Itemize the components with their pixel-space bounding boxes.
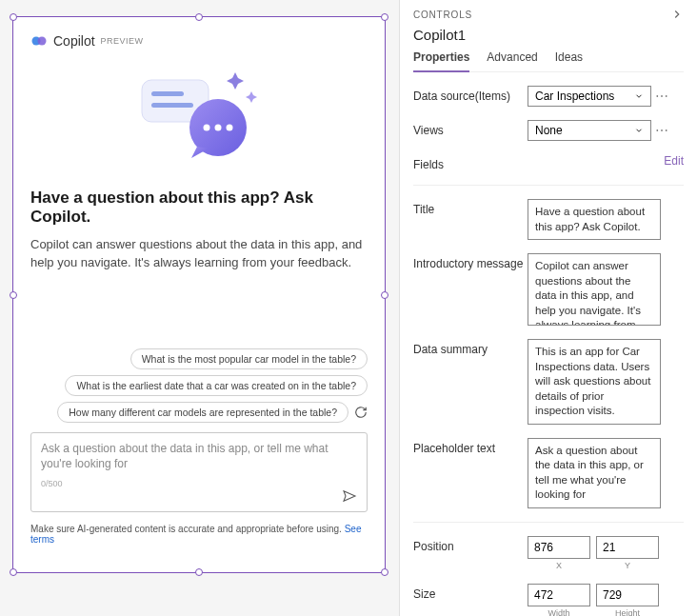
svg-point-8 (227, 125, 233, 131)
panel-header-label: CONTROLS (413, 10, 472, 20)
position-x-input[interactable] (528, 536, 590, 559)
datasource-value: Car Inspections (535, 89, 614, 103)
properties-panel: CONTROLS Copilot1 Properties Advanced Id… (399, 0, 697, 616)
chat-bubble-illustration-icon (123, 63, 275, 168)
svg-rect-4 (151, 103, 193, 108)
selection-handle-bm[interactable] (195, 568, 203, 576)
selection-handle-tm[interactable] (195, 13, 203, 21)
height-label: Height (596, 608, 659, 616)
copilot-intro: Copilot can answer questions about the d… (30, 236, 368, 272)
copilot-title: Have a question about this app? Ask Copi… (30, 189, 368, 227)
refresh-icon[interactable] (354, 406, 368, 419)
tab-ideas[interactable]: Ideas (555, 50, 583, 71)
disclaimer-text: Make sure AI-generated content is accura… (30, 524, 345, 534)
more-options-icon[interactable]: ⋯ (655, 123, 668, 138)
prop-label-title: Title (413, 199, 528, 216)
title-input[interactable] (528, 199, 661, 240)
selection-handle-bl[interactable] (10, 568, 17, 576)
summary-input[interactable] (528, 339, 661, 425)
ai-disclaimer: Make sure AI-generated content is accura… (30, 524, 368, 545)
chevron-down-icon (634, 126, 644, 135)
placeholder-input[interactable] (528, 438, 661, 508)
y-label: Y (596, 561, 659, 570)
suggestion-chip[interactable]: What is the most popular car model in th… (130, 348, 368, 369)
prop-label-fields: Fields (413, 154, 528, 171)
selection-handle-mr[interactable] (381, 291, 388, 299)
copilot-brand: Copilot PREVIEW (30, 32, 368, 50)
divider (413, 185, 684, 186)
size-width-input[interactable] (528, 584, 590, 606)
position-y-input[interactable] (596, 536, 659, 559)
prop-label-placeholder: Placeholder text (413, 438, 528, 455)
fields-edit-link[interactable]: Edit (664, 154, 684, 168)
ask-placeholder: Ask a question about the data in this ap… (41, 441, 357, 473)
prop-label-position: Position (413, 536, 528, 553)
svg-rect-3 (151, 91, 184, 96)
brand-name-label: Copilot (53, 33, 95, 49)
selection-handle-br[interactable] (381, 568, 388, 576)
selection-handle-tl[interactable] (10, 13, 17, 21)
svg-point-1 (38, 37, 47, 46)
copilot-logo-icon (30, 32, 48, 50)
suggestion-chips: What is the most popular car model in th… (30, 348, 368, 423)
ask-input-box[interactable]: Ask a question about the data in this ap… (30, 432, 368, 512)
prop-label-summary: Data summary (413, 339, 528, 356)
send-icon[interactable] (342, 488, 357, 504)
char-counter: 0/500 (41, 479, 63, 488)
intro-input[interactable] (528, 253, 661, 326)
chevron-down-icon (634, 91, 644, 101)
preview-badge: PREVIEW (101, 36, 144, 46)
prop-label-views: Views (413, 120, 528, 137)
selection-handle-ml[interactable] (10, 291, 17, 299)
tab-advanced[interactable]: Advanced (487, 50, 537, 71)
x-label: X (528, 561, 590, 570)
size-height-input[interactable] (596, 584, 659, 606)
views-value: None (535, 124, 563, 137)
copilot-control[interactable]: Copilot PREVIEW Have a question about th… (12, 16, 386, 573)
selection-handle-tr[interactable] (381, 13, 388, 21)
more-options-icon[interactable]: ⋯ (655, 89, 668, 104)
svg-point-7 (215, 125, 222, 131)
prop-label-datasource: Data source(Items) (413, 86, 528, 103)
prop-label-intro: Introductory message (413, 253, 528, 270)
width-label: Width (528, 608, 590, 616)
views-select[interactable]: None (528, 120, 651, 141)
suggestion-chip[interactable]: How many different car models are repres… (57, 402, 348, 423)
prop-label-size: Size (413, 584, 528, 601)
datasource-select[interactable]: Car Inspections (528, 86, 651, 107)
panel-tabs: Properties Advanced Ideas (413, 50, 684, 72)
svg-point-6 (204, 125, 210, 131)
design-canvas: Copilot PREVIEW Have a question about th… (0, 0, 399, 616)
divider (413, 522, 684, 523)
chevron-right-icon[interactable] (670, 8, 684, 21)
hero-illustration (30, 63, 368, 168)
tab-properties[interactable]: Properties (413, 50, 469, 72)
suggestion-chip[interactable]: What is the earliest date that a car was… (65, 375, 368, 396)
control-name: Copilot1 (413, 27, 684, 43)
